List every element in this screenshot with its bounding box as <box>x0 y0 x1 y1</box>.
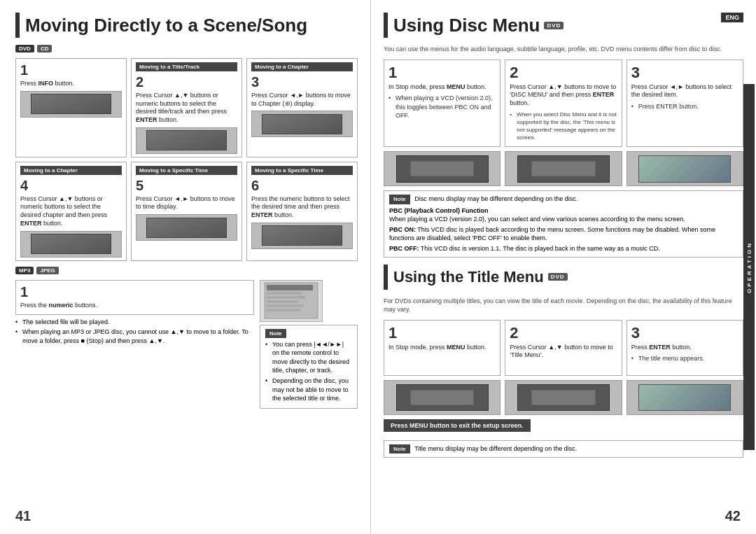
dvd-badge-right: DVD <box>544 22 564 29</box>
step-2-box: Moving to a Title/Track 2 Press Cursor ▲… <box>131 58 242 157</box>
step-5-number: 5 <box>136 178 144 193</box>
disc-intro-text: You can use the menus for the audio lang… <box>384 45 743 54</box>
pbc-off-text: PBC OFF: This VCD disc is version 1.1. T… <box>389 244 738 253</box>
operation-label: OPERATION <box>746 241 752 293</box>
mp3-section: MP3 JPEG 1 Press the numeric buttons. Th… <box>15 267 358 409</box>
dvd-badge: DVD <box>15 45 34 52</box>
step-1-number: 1 <box>20 62 28 78</box>
step-1-box: 1 Press INFO button. <box>15 58 127 157</box>
title-step-2-box: 2 Press Cursor ▲,▼ button to move to 'Ti… <box>505 320 622 376</box>
disc-step-2-note: When you select Disc Menu and it is not … <box>510 111 617 142</box>
title-steps-row: 1 In Stop mode, press MENU button. 2 Pre… <box>384 320 743 376</box>
title-step-2-label: Press Cursor ▲,▼ button to move to 'Titl… <box>510 344 617 360</box>
disc-step-1-box: 1 In Stop mode, press MENU button. When … <box>384 59 500 148</box>
title-screen-2 <box>505 380 622 415</box>
pbc-on-label: PBC ON: <box>389 226 416 233</box>
title-menu-note-text: Press MENU button to exit the setup scre… <box>391 422 524 429</box>
step-4-screen-inner <box>31 234 111 254</box>
header-bar-right <box>384 13 388 38</box>
svg-rect-6 <box>267 309 300 311</box>
right-section-header-2: Using the Title Menu DVD <box>384 265 743 290</box>
disc-step-1-note: When playing a VCD (version 2.0), this t… <box>388 94 496 120</box>
step-6-screen <box>251 223 353 249</box>
disc-screens-row <box>384 151 743 186</box>
disc-screen-2-inner <box>517 155 610 182</box>
step-3-number: 3 <box>251 74 259 90</box>
step-6-box: Moving to a Specific Time 6 Press the nu… <box>246 162 358 261</box>
step-1-label: Press INFO button. <box>20 80 122 88</box>
disc-screen-3-inner <box>638 155 731 182</box>
disc-screen-1-inner <box>396 155 489 182</box>
title-screen-2-inner <box>517 384 610 411</box>
title-step-1-label: In Stop mode, press MENU button. <box>388 344 496 352</box>
mp3-right-col: Note You can press |◄◄/►►| on the remote… <box>260 280 358 409</box>
step-4-header: Moving to a Chapter <box>20 166 122 175</box>
right-page-title-2: Using the Title Menu <box>393 268 544 286</box>
step-3-label: Press Cursor ◄,► buttons to move to Chap… <box>251 92 353 108</box>
dvd-badge-right-2: DVD <box>548 273 568 281</box>
note-bullet-1: You can press |◄◄/►►| on the remote cont… <box>265 340 352 375</box>
disc-step-1-label: In Stop mode, press MENU button. <box>388 83 496 92</box>
step-5-screen <box>136 214 237 241</box>
mp3-step-number: 1 <box>20 284 28 300</box>
step-6-label: Press the numeric buttons to select the … <box>251 195 353 220</box>
title-screen-2-content <box>531 390 595 405</box>
eng-badge: ENG <box>721 13 743 22</box>
disc-pbc-content: PBC (Playback Control) Function When pla… <box>389 206 738 253</box>
title-step-3-label: Press ENTER button. <box>631 344 738 352</box>
step-3-box: Moving to a Chapter 3 Press Cursor ◄,► b… <box>246 58 358 157</box>
step-5-screen-inner <box>146 218 226 238</box>
title-screen-1-inner <box>396 384 489 411</box>
disc-step-2-number: 2 <box>510 64 518 81</box>
right-page: ENG Using Disc Menu DVD You can use the … <box>371 0 756 534</box>
title-step-2-number: 2 <box>510 324 518 342</box>
note-bullet-2: Depending on the disc, you may not be ab… <box>265 377 352 403</box>
left-page-title: Moving Directly to a Scene/Song <box>25 15 307 36</box>
disc-note-title: Note <box>389 195 410 204</box>
disc-step-3-box: 3 Press Cursor ◄,► buttons to select the… <box>626 59 743 148</box>
pbc-on-desc: This VCD disc is played back according t… <box>389 226 715 242</box>
svg-rect-2 <box>267 292 302 295</box>
step-6-number: 6 <box>251 178 259 193</box>
mp3-bullet-2: When playing an MP3 or JPEG disc, you ca… <box>15 328 254 345</box>
pbc-off-label: PBC OFF: <box>389 245 419 252</box>
mp3-step-label: Press the numeric buttons. <box>20 302 249 310</box>
step-3-screen <box>251 111 353 137</box>
mp3-step-box: 1 Press the numeric buttons. <box>15 280 254 315</box>
title-menu-note-2-box: Note Title menu display may be different… <box>384 440 743 458</box>
left-page: Moving Directly to a Scene/Song DVD CD 1… <box>0 0 371 534</box>
title-step-3-number: 3 <box>631 324 640 342</box>
left-section-header: Moving Directly to a Scene/Song <box>15 13 358 38</box>
disc-screen-3 <box>626 151 743 186</box>
mp3-content-row: 1 Press the numeric buttons. The selecte… <box>15 280 358 409</box>
mp3-step-area: 1 Press the numeric buttons. The selecte… <box>15 280 254 409</box>
note-title: Note <box>265 329 286 338</box>
mp3-menu-graphic <box>263 281 319 320</box>
svg-rect-5 <box>267 304 303 307</box>
svg-rect-1 <box>267 285 313 290</box>
left-note-box: Note You can press |◄◄/►►| on the remote… <box>260 325 358 409</box>
note-bullets: You can press |◄◄/►►| on the remote cont… <box>265 340 352 403</box>
disc-step-1-number: 1 <box>388 64 397 81</box>
cd-badge: CD <box>37 45 52 52</box>
right-page-title-1: Using Disc Menu <box>393 15 540 36</box>
left-page-number: 41 <box>15 508 31 524</box>
header-bar-right-2 <box>384 265 388 290</box>
step-1-screen <box>20 91 122 118</box>
title-menu-note-2-title: Note <box>389 444 410 454</box>
mp3-image <box>260 280 323 322</box>
step-5-box: Moving to a Specific Time 5 Press Cursor… <box>131 162 242 261</box>
step-2-screen <box>136 127 237 154</box>
title-step-3-box: 3 Press ENTER button. The title menu app… <box>626 320 743 376</box>
svg-rect-4 <box>267 300 298 303</box>
step-6-header: Moving to a Specific Time <box>251 166 353 175</box>
title-intro-text: For DVDs containing multiple titles, you… <box>384 297 743 314</box>
step-3-header: Moving to a Chapter <box>251 62 353 71</box>
title-step-1-number: 1 <box>388 324 397 342</box>
mp3-badges: MP3 JPEG <box>15 267 358 274</box>
disc-screen-1 <box>384 151 500 186</box>
svg-rect-3 <box>267 296 305 299</box>
disc-step-2-label: Press Cursor ▲,▼ buttons to move to 'DIS… <box>510 83 617 108</box>
step-5-label: Press Cursor ◄,► buttons to move to time… <box>136 195 237 211</box>
steps-row-2: Moving to a Chapter 4 Press Cursor ▲,▼ b… <box>15 162 358 261</box>
